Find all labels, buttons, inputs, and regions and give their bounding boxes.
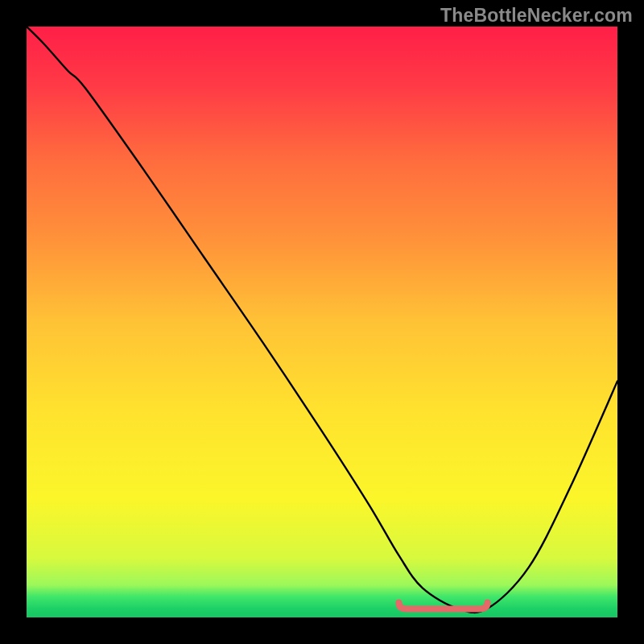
watermark-label: TheBottleNecker.com bbox=[440, 5, 633, 27]
gradient-background bbox=[27, 27, 617, 617]
chart-frame: TheBottleNecker.com bbox=[0, 0, 644, 644]
chart-plot-area bbox=[27, 27, 617, 617]
chart-svg bbox=[27, 27, 617, 617]
